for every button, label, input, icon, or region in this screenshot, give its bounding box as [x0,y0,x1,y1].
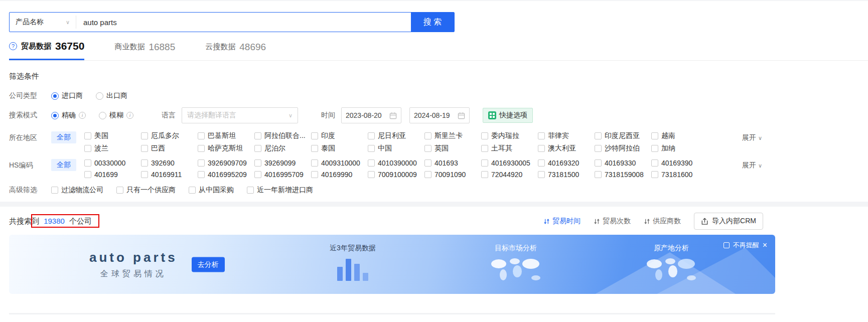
hscode-checkbox[interactable]: 401693 [424,159,481,167]
hscode-checkbox[interactable]: 40169330 [595,159,651,167]
world-map-graphic [641,255,701,286]
hscode-checkbox[interactable]: 7009100009 [368,171,424,179]
start-date-input[interactable]: 2023-08-20 [341,107,401,123]
region-all-badge[interactable]: 全部 [51,131,76,143]
region-checkbox[interactable]: 巴西 [141,144,198,153]
banner-card-trade-chart: 近3年贸易数据 [310,244,395,281]
region-checkbox[interactable]: 斯里兰卡 [424,131,481,140]
tab-count: 16885 [149,42,175,53]
filter-row-hscode: HS编码 全部 00330000 392690 3926909709 39269… [9,159,775,179]
region-expand-link[interactable]: 展开 ∨ [742,131,762,142]
region-checkbox[interactable]: 英国 [424,144,481,153]
region-checkbox[interactable]: 阿拉伯联合... [254,131,311,140]
sort-label: 贸易时间 [552,217,581,226]
hscode-checkbox[interactable]: 4016995709 [254,171,311,179]
region-checkbox[interactable]: 印度 [311,131,368,140]
dismiss-checkbox-icon[interactable] [724,242,730,248]
radio-importer[interactable]: 进口商 [51,91,83,100]
hscode-checkbox[interactable]: 401699 [84,171,141,179]
sort-trade-count[interactable]: 贸易次数 [594,217,631,226]
hscode-checkbox[interactable]: 3926909709 [198,159,254,167]
region-checkbox[interactable]: 尼泊尔 [254,144,311,153]
hscode-checkbox[interactable]: 00330000 [84,159,141,167]
region-checkbox[interactable]: 哈萨克斯坦 [198,144,254,153]
language-select[interactable]: 请选择翻译语言 ∨ [182,107,298,123]
checkbox-icon [481,171,488,178]
info-icon[interactable]: i [79,112,86,119]
info-icon[interactable]: i [126,112,133,119]
hscode-checkbox[interactable]: 73181600 [651,171,708,179]
advanced-checkbox[interactable]: 近一年新增进口商 [247,186,313,195]
hscode-checkbox[interactable]: 4016995209 [198,171,254,179]
hscode-row-1: 00330000 392690 3926909709 39269099 4009… [84,159,708,167]
region-checkbox[interactable]: 印度尼西亚 [595,131,651,140]
tab-business-data[interactable]: 商业数据 16885 [114,40,175,60]
close-icon[interactable]: × [763,241,767,249]
filter-row-search-mode: 搜索模式 精确 i 模糊 i 语言 请选择翻译语言 ∨ 时间 2023-08-2… [9,107,775,123]
region-checkbox[interactable]: 加纳 [651,144,708,153]
checkbox-label: 73181500 [548,171,579,179]
region-checkbox[interactable]: 厄瓜多尔 [141,131,198,140]
region-checkbox[interactable]: 中国 [368,144,424,153]
hscode-checkbox[interactable]: 70091090 [424,171,481,179]
analyze-button[interactable]: 去分析 [192,257,225,272]
region-checkbox[interactable]: 尼日利亚 [368,131,424,140]
checkbox-label: 40169390 [661,159,692,167]
search-category-dropdown[interactable]: 产品名称 ∨ [10,13,76,32]
checkbox-icon [311,145,318,152]
sort-trade-time[interactable]: 贸易时间 [543,217,581,226]
sort-supplier-count[interactable]: 供应商数 [644,217,681,226]
hscode-checkbox[interactable]: 40169390 [651,159,708,167]
hscode-checkbox[interactable]: 73181500 [538,171,595,179]
region-checkbox[interactable]: 泰国 [311,144,368,153]
region-checkbox[interactable]: 土耳其 [481,144,538,153]
region-checkbox[interactable]: 波兰 [84,144,141,153]
hscode-checkbox[interactable]: 40169320 [538,159,595,167]
region-checkbox[interactable]: 澳大利亚 [538,144,595,153]
region-checkbox[interactable]: 沙特阿拉伯 [595,144,651,153]
hscode-checkbox[interactable]: 72044920 [481,171,538,179]
advanced-checkbox[interactable]: 从中国采购 [189,186,234,195]
hscode-checkbox[interactable]: 40169911 [141,171,198,179]
region-checkbox[interactable]: 菲律宾 [538,131,595,140]
advanced-checkbox[interactable]: 过滤物流公司 [51,186,103,195]
banner-map1-title: 目标市场分析 [473,244,558,253]
data-source-tabs: ? 贸易数据 36750 商业数据 16885 云搜数据 48696 [9,40,868,61]
import-crm-button[interactable]: 导入内部CRM [694,213,763,230]
region-checkbox[interactable]: 巴基斯坦 [198,131,254,140]
hscode-checkbox[interactable]: 4010390000 [368,159,424,167]
hscode-checkbox[interactable]: 40169990 [311,171,368,179]
search-button[interactable]: 搜 索 [411,13,454,32]
hscode-checkbox[interactable]: 7318159008 [595,171,651,179]
end-date-input[interactable]: 2024-08-19 [409,107,470,123]
region-checkbox[interactable]: 越南 [651,131,708,140]
expand-label: 展开 [742,133,756,141]
banner-left-group: auto parts 全球贸易情况 去分析 [89,250,225,279]
hscode-expand-link[interactable]: 展开 ∨ [742,159,762,170]
tab-count: 48696 [239,42,266,53]
advanced-checkbox[interactable]: 只有一个供应商 [116,186,176,195]
tab-cloud-search-data[interactable]: 云搜数据 48696 [205,40,266,60]
checkbox-label: 4016995709 [264,171,304,179]
hscode-checkbox[interactable]: 4009310000 [311,159,368,167]
checkbox-icon [595,145,602,152]
radio-exporter[interactable]: 出口商 [96,91,127,100]
region-checkbox[interactable]: 美国 [84,131,141,140]
hscode-checkbox[interactable]: 392690 [141,159,198,167]
checkbox-icon [538,132,545,139]
hscode-checkbox[interactable]: 4016930005 [481,159,538,167]
tab-count: 36750 [55,40,84,52]
tab-trade-data[interactable]: ? 贸易数据 36750 [9,40,84,60]
radio-fuzzy-mode[interactable]: 模糊 [99,111,123,120]
hscode-checkbox[interactable]: 39269099 [254,159,311,167]
radio-exact-mode[interactable]: 精确 [51,111,76,120]
banner-map2-title: 原产地分析 [629,244,714,253]
hscode-all-badge[interactable]: 全部 [51,159,76,171]
checkbox-icon [198,159,205,167]
checkbox-label: 72044920 [491,171,522,179]
region-checkbox[interactable]: 委内瑞拉 [481,131,538,140]
checkbox-label: 巴基斯坦 [208,131,236,140]
checkbox-icon [116,187,123,194]
quick-options-button[interactable]: 快捷选项 [483,108,533,123]
search-input[interactable] [76,13,411,32]
